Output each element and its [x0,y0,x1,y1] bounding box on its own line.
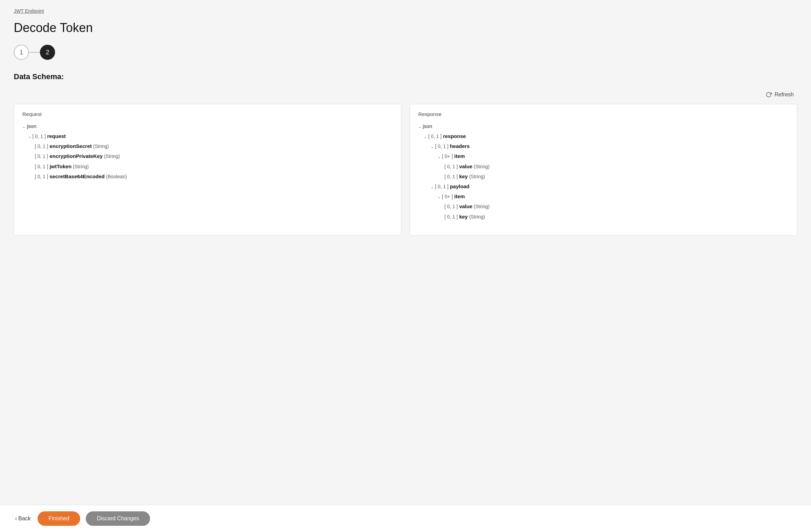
chevron-icon[interactable]: ⌄ [438,194,441,201]
chevron-icon[interactable]: ⌄ [22,124,25,130]
tree-item-jwt-token: [ 0, 1 ] jwtToken (String) [22,161,393,171]
tree-item-headers-value: [ 0, 1 ] value (String) [418,161,789,171]
tree-node-payload: ⌄ [ 0, 1 ] payload [418,181,789,191]
tree-node-json-root: ⌄ json [22,121,393,131]
step-1[interactable]: 1 [14,45,29,60]
chevron-icon[interactable]: ⌄ [431,184,434,191]
step-2[interactable]: 2 [40,45,55,60]
tree-item-payload-key: [ 0, 1 ] key (String) [418,212,789,222]
bottom-bar: ‹ Back Finished Discard Changes [0,505,811,532]
tree-node-response: ⌄ [ 0, 1 ] response [418,131,789,141]
back-chevron-icon: ‹ [15,515,17,522]
request-tree: ⌄ json ⌄ [ 0, 1 ] request [ 0, 1 ] encry… [22,121,393,181]
refresh-button[interactable]: Refresh [762,89,797,100]
schema-title: Data Schema: [14,72,797,81]
request-panel: Request ⌄ json ⌄ [ 0, 1 ] request [ 0, 1… [14,104,401,236]
page-container: JWT Endpoint Decode Token 1 2 Data Schem… [0,0,811,532]
chevron-icon[interactable]: ⌄ [431,143,434,150]
chevron-icon[interactable]: ⌄ [424,134,427,140]
discard-button[interactable]: Discard Changes [86,511,150,526]
chevron-icon[interactable]: ⌄ [28,134,31,140]
response-panel: Response ⌄ json ⌄ [ 0, 1 ] response ⌄ [ … [410,104,797,236]
tree-item-encryption-private-key: [ 0, 1 ] encryptionPrivateKey (String) [22,151,393,161]
refresh-row: Refresh [14,89,797,100]
response-label: Response [418,111,789,117]
schema-columns: Request ⌄ json ⌄ [ 0, 1 ] request [ 0, 1… [14,104,797,236]
page-title: Decode Token [14,21,797,35]
tree-item-payload-value: [ 0, 1 ] value (String) [418,201,789,211]
step-connector [29,52,40,53]
breadcrumb[interactable]: JWT Endpoint [14,8,797,14]
tree-item-secret-base64: [ 0, 1 ] secretBase64Encoded (Boolean) [22,171,393,181]
request-label: Request [22,111,393,117]
tree-node-headers: ⌄ [ 0, 1 ] headers [418,141,789,151]
chevron-icon[interactable]: ⌄ [418,124,421,130]
chevron-icon[interactable]: ⌄ [438,153,441,160]
tree-item-encryption-secret: [ 0, 1 ] encryptionSecret (String) [22,141,393,151]
steps-container: 1 2 [14,45,797,60]
tree-node-headers-item: ⌄ [ 0+ ] item [418,151,789,161]
refresh-icon [766,92,772,98]
tree-node-json-root-resp: ⌄ json [418,121,789,131]
tree-item-headers-key: [ 0, 1 ] key (String) [418,171,789,181]
response-tree: ⌄ json ⌄ [ 0, 1 ] response ⌄ [ 0, 1 ] he… [418,121,789,222]
finished-button[interactable]: Finished [38,511,80,526]
back-button[interactable]: ‹ Back [14,513,32,524]
tree-node-payload-item: ⌄ [ 0+ ] item [418,191,789,201]
tree-node-request: ⌄ [ 0, 1 ] request [22,131,393,141]
